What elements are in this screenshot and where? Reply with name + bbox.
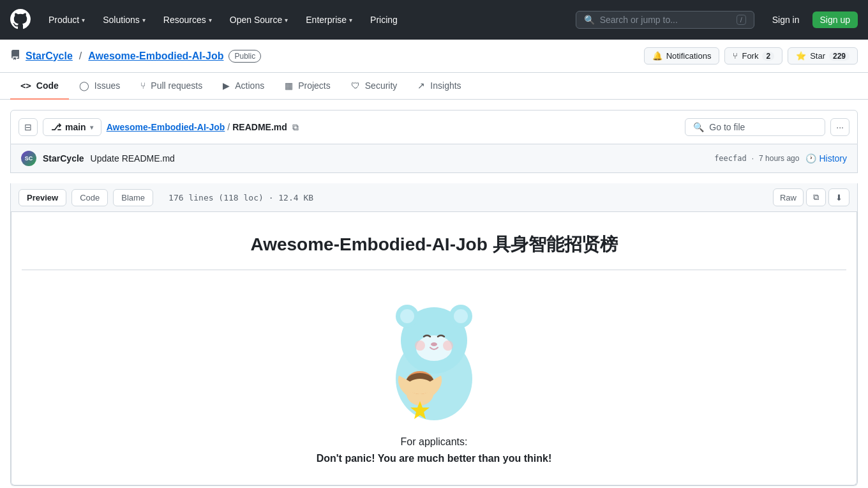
tab-code[interactable]: <> Code	[10, 73, 69, 100]
applicant-text: For applicants:	[22, 436, 846, 448]
blame-button[interactable]: Blame	[113, 189, 153, 206]
svg-point-5	[454, 309, 468, 323]
tab-pull-requests[interactable]: ⑂ Pull requests	[130, 73, 213, 100]
nav-product[interactable]: Product ▾	[41, 10, 93, 30]
tab-issues[interactable]: ◯ Issues	[69, 73, 130, 100]
copy-path-button[interactable]: ⧉	[290, 119, 301, 135]
repo-actions: 🔔 Notifications ⑂ Fork 2 ⭐ Star 229	[644, 47, 858, 65]
mascot-image	[377, 283, 491, 423]
search-bar[interactable]: 🔍 Search or jump to... /	[576, 11, 754, 29]
tab-insights[interactable]: ↗ Insights	[407, 73, 471, 100]
branch-icon: ⎇	[51, 122, 61, 132]
svg-point-9	[443, 340, 453, 351]
commit-message: Update README.md	[91, 153, 175, 164]
breadcrumb-repo-link[interactable]: Awesome-Embodied-AI-Job	[107, 122, 225, 132]
readme-title: Awesome-Embodied-AI-Job 具身智能招贤榜	[22, 233, 846, 257]
go-to-file-button[interactable]: 🔍 Go to file	[685, 118, 825, 136]
sidebar-toggle-button[interactable]: ⊟	[19, 118, 38, 136]
breadcrumb-separator: /	[227, 122, 230, 132]
fork-count: 2	[762, 52, 774, 61]
chevron-down-icon: ▾	[82, 17, 85, 24]
chevron-down-icon: ▾	[285, 17, 288, 24]
readme-divider	[22, 270, 846, 270]
nav-solutions[interactable]: Solutions ▾	[95, 10, 153, 30]
security-icon: 🛡	[351, 80, 360, 91]
download-button[interactable]: ⬇	[828, 188, 849, 206]
preview-button[interactable]: Preview	[19, 189, 66, 206]
commit-time: 7 hours ago	[759, 154, 799, 163]
file-browser-header: ⊟ ⎇ main ▾ Awesome-Embodied-AI-Job / REA…	[10, 110, 858, 144]
chevron-down-icon: ▾	[349, 17, 352, 24]
github-logo-icon	[10, 9, 31, 29]
history-button[interactable]: 🕐 History	[805, 153, 847, 164]
nav-pricing[interactable]: Pricing	[363, 10, 405, 30]
fork-icon: ⑂	[733, 51, 738, 61]
search-placeholder: Search or jump to...	[600, 15, 731, 25]
commit-separator: ·	[752, 154, 754, 163]
chevron-down-icon: ▾	[142, 17, 146, 24]
readme-content: Awesome-Embodied-AI-Job 具身智能招贤榜	[11, 212, 857, 485]
actions-icon: ▶	[223, 80, 230, 91]
star-button[interactable]: ⭐ Star 229	[788, 47, 858, 65]
star-icon: ⭐	[796, 51, 806, 61]
branch-chevron-icon: ▾	[90, 124, 93, 131]
readme-image-area	[22, 283, 846, 423]
history-icon: 🕐	[805, 153, 816, 164]
more-options-button[interactable]: ···	[830, 118, 849, 136]
tab-actions[interactable]: ▶ Actions	[213, 73, 274, 100]
github-logo[interactable]	[10, 9, 31, 31]
repo-visibility-badge: Public	[228, 50, 261, 63]
repo-separator: /	[79, 50, 82, 62]
star-count: 229	[829, 52, 849, 61]
search-icon: 🔍	[693, 122, 704, 132]
commit-meta: feecfad · 7 hours ago	[714, 154, 799, 163]
top-nav: Product ▾ Solutions ▾ Resources ▾ Open S…	[0, 0, 868, 40]
insights-icon: ↗	[417, 80, 425, 91]
notifications-button[interactable]: 🔔 Notifications	[644, 47, 720, 65]
code-icon: <>	[20, 80, 31, 91]
tagline-text: Don't panic! You are much better than yo…	[22, 453, 846, 464]
main-content: ⊟ ⎇ main ▾ Awesome-Embodied-AI-Job / REA…	[0, 100, 868, 488]
code-view-button[interactable]: Code	[71, 189, 108, 206]
repo-type-icon	[10, 50, 20, 63]
chevron-down-icon: ▾	[209, 17, 212, 24]
fork-button[interactable]: ⑂ Fork 2	[724, 47, 782, 65]
nav-resources[interactable]: Resources ▾	[156, 10, 220, 30]
tab-projects[interactable]: ▦ Projects	[274, 73, 341, 100]
copy-raw-button[interactable]: ⧉	[806, 188, 826, 206]
file-meta: 176 lines (118 loc) · 12.4 KB	[168, 193, 313, 202]
svg-point-7	[431, 342, 437, 346]
copy-icon: ⧉	[813, 192, 819, 202]
pull-request-icon: ⑂	[140, 80, 146, 91]
repo-header: StarCycle / Awesome-Embodied-AI-Job Publ…	[0, 40, 868, 73]
repo-tabs: <> Code ◯ Issues ⑂ Pull requests ▶ Actio…	[0, 73, 868, 100]
branch-selector[interactable]: ⎇ main ▾	[43, 118, 101, 136]
download-icon: ⬇	[835, 193, 842, 202]
breadcrumb: Awesome-Embodied-AI-Job / README.md ⧉	[107, 119, 301, 135]
commit-row: SC StarCycle Update README.md feecfad · …	[10, 144, 858, 173]
sign-up-button[interactable]: Sign up	[812, 11, 858, 28]
issues-icon: ◯	[79, 80, 89, 91]
commit-author-name[interactable]: StarCycle	[43, 153, 84, 164]
breadcrumb-filename: README.md	[232, 122, 287, 132]
repo-name-link[interactable]: Awesome-Embodied-AI-Job	[88, 50, 223, 62]
file-view-header: Preview Code Blame 176 lines (118 loc) ·…	[11, 183, 857, 212]
commit-hash[interactable]: feecfad	[714, 154, 747, 163]
tab-security[interactable]: 🛡 Security	[341, 73, 408, 100]
top-nav-actions: Sign in Sign up	[765, 11, 858, 28]
search-shortcut-badge: /	[737, 15, 746, 25]
projects-icon: ▦	[285, 80, 293, 91]
bell-icon: 🔔	[652, 51, 662, 61]
commit-author-avatar: SC	[21, 151, 36, 166]
svg-point-8	[415, 340, 425, 351]
sidebar-icon: ⊟	[24, 122, 32, 132]
raw-button[interactable]: Raw	[773, 188, 804, 206]
nav-enterprise[interactable]: Enterprise ▾	[298, 10, 360, 30]
sign-in-button[interactable]: Sign in	[765, 11, 807, 28]
svg-point-3	[400, 309, 414, 323]
file-view: Preview Code Blame 176 lines (118 loc) ·…	[10, 183, 858, 486]
repo-owner-link[interactable]: StarCycle	[26, 50, 73, 62]
search-icon: 🔍	[584, 15, 595, 25]
nav-open-source[interactable]: Open Source ▾	[222, 10, 296, 30]
top-nav-items: Product ▾ Solutions ▾ Resources ▾ Open S…	[41, 10, 405, 30]
